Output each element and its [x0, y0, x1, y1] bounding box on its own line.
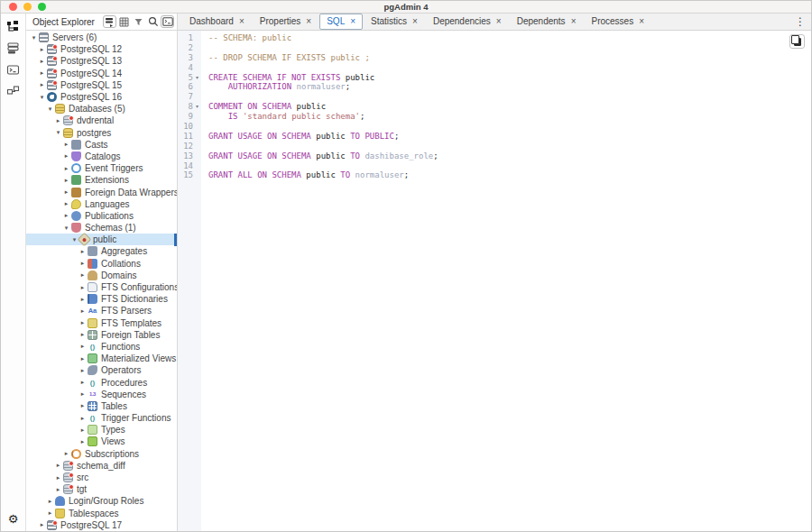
chevron-right-icon[interactable]: ▸ — [78, 343, 87, 350]
chevron-right-icon[interactable]: ▸ — [62, 141, 70, 148]
tree-item-schemas-1-[interactable]: ▾Schemas (1) — [26, 222, 177, 234]
tree-item-aggregates[interactable]: ▸Aggregates — [26, 245, 177, 257]
tab-dependencies[interactable]: Dependencies× — [426, 14, 509, 30]
copy-button[interactable] — [789, 34, 805, 49]
query-tool-icon[interactable] — [5, 61, 22, 78]
tree-item-casts[interactable]: ▸Casts — [26, 139, 177, 151]
chevron-right-icon[interactable]: ▸ — [62, 165, 70, 172]
tab-close-icon[interactable]: × — [239, 16, 245, 27]
tree-item-extensions[interactable]: ▸Extensions — [26, 174, 177, 186]
tree-item-postgresql-16[interactable]: ▾PostgreSQL 16 — [26, 91, 177, 103]
tab-properties[interactable]: Properties× — [253, 14, 318, 30]
tree-item-materialized-views[interactable]: ▸Materialized Views — [26, 353, 177, 364]
chevron-right-icon[interactable]: ▸ — [54, 117, 62, 124]
chevron-right-icon[interactable]: ▸ — [78, 390, 87, 398]
tree-item-postgresql-17[interactable]: ▸PostgreSQL 17 — [26, 519, 177, 531]
tree-item-trigger-functions[interactable]: ▸()Trigger Functions — [26, 412, 177, 424]
tab-dashboard[interactable]: Dashboard× — [182, 14, 252, 30]
tree-item-login-group-roles[interactable]: ▸Login/Group Roles — [26, 495, 177, 507]
tree-scrollbar-selection-marker[interactable] — [174, 234, 177, 245]
dashboard-servers-icon[interactable] — [5, 40, 22, 56]
tree-item-procedures[interactable]: ▸()Procedures — [26, 376, 177, 388]
chevron-right-icon[interactable]: ▸ — [78, 427, 87, 434]
tree-item-fts-parsers[interactable]: ▸AaFTS Parsers — [26, 305, 177, 316]
tree-item-foreign-tables[interactable]: ▸Foreign Tables — [26, 329, 177, 341]
chevron-right-icon[interactable]: ▸ — [46, 498, 54, 505]
tree-item-postgresql-14[interactable]: ▸PostgreSQL 14 — [26, 68, 177, 79]
tab-processes[interactable]: Processes× — [584, 14, 651, 30]
sql-code[interactable]: -- SCHEMA: public-- DROP SCHEMA IF EXIST… — [201, 31, 811, 531]
tree-item-schema-diff[interactable]: ▸schema_diff — [26, 460, 177, 472]
tab-close-icon[interactable]: × — [412, 16, 418, 27]
chevron-right-icon[interactable]: ▸ — [54, 486, 62, 493]
chevron-right-icon[interactable]: ▸ — [78, 415, 87, 422]
chevron-right-icon[interactable]: ▸ — [78, 379, 87, 386]
sql-editor[interactable]: 12345▾678▾9101112131415 -- SCHEMA: publi… — [178, 31, 811, 531]
tab-sql[interactable]: SQL× — [319, 14, 363, 30]
fold-chevron-icon[interactable]: ▾ — [193, 73, 201, 83]
chevron-right-icon[interactable]: ▸ — [78, 367, 87, 374]
tab-close-icon[interactable]: × — [496, 16, 502, 27]
tree-item-event-triggers[interactable]: ▸Event Triggers — [26, 162, 177, 174]
chevron-right-icon[interactable]: ▸ — [62, 200, 70, 207]
chevron-down-icon[interactable]: ▾ — [38, 94, 46, 101]
tree-item-postgresql-15[interactable]: ▸PostgreSQL 15 — [26, 79, 177, 91]
chevron-right-icon[interactable]: ▸ — [62, 450, 70, 457]
tree-item-tgt[interactable]: ▸tgt — [26, 483, 177, 495]
tab-dependents[interactable]: Dependents× — [510, 14, 584, 30]
tree-item-languages[interactable]: ▸Languages — [26, 198, 177, 210]
object-explorer-icon[interactable] — [5, 18, 22, 34]
tree-item-subscriptions[interactable]: ▸Subscriptions — [26, 448, 177, 460]
chevron-right-icon[interactable]: ▸ — [54, 474, 62, 482]
tree-item-functions[interactable]: ▸()Functions — [26, 341, 177, 353]
connect-server-icon[interactable] — [103, 15, 116, 28]
tab-close-icon[interactable]: × — [350, 16, 355, 27]
fold-chevron-icon[interactable]: ▾ — [193, 102, 201, 112]
chevron-right-icon[interactable]: ▸ — [38, 69, 46, 77]
kebab-menu-icon[interactable]: ⋮ — [793, 15, 807, 28]
tree-item-catalogs[interactable]: ▸Catalogs — [26, 151, 177, 162]
chevron-right-icon[interactable]: ▸ — [38, 521, 46, 528]
tree-item-databases-5-[interactable]: ▾Databases (5) — [26, 103, 177, 115]
chevron-down-icon[interactable]: ▾ — [30, 34, 38, 41]
tree-item-collations[interactable]: ▸Collations — [26, 258, 177, 270]
tree-item-postgresql-13[interactable]: ▸PostgreSQL 13 — [26, 55, 177, 67]
tree-item-servers-6-[interactable]: ▾Servers (6) — [26, 32, 177, 43]
tree-item-publications[interactable]: ▸Publications — [26, 210, 177, 222]
tree-item-foreign-data-wrappers[interactable]: ▸Foreign Data Wrappers — [26, 186, 177, 197]
tab-close-icon[interactable]: × — [639, 16, 644, 27]
query-console-icon[interactable] — [161, 15, 174, 28]
chevron-right-icon[interactable]: ▸ — [46, 509, 54, 517]
tree-item-postgres[interactable]: ▾postgres — [26, 127, 177, 139]
chevron-right-icon[interactable]: ▸ — [38, 81, 46, 88]
chevron-right-icon[interactable]: ▸ — [78, 284, 87, 291]
tree-item-fts-templates[interactable]: ▸FTS Templates — [26, 317, 177, 329]
chevron-right-icon[interactable]: ▸ — [78, 260, 87, 267]
tab-statistics[interactable]: Statistics× — [364, 14, 425, 30]
chevron-right-icon[interactable]: ▸ — [54, 462, 62, 469]
tree-item-src[interactable]: ▸src — [26, 472, 177, 483]
grid-view-icon[interactable] — [117, 15, 131, 28]
tree-item-operators[interactable]: ▸Operators — [26, 364, 177, 376]
tree-item-views[interactable]: ▸Views — [26, 436, 177, 447]
tree-item-postgresql-12[interactable]: ▸PostgreSQL 12 — [26, 43, 177, 55]
chevron-right-icon[interactable]: ▸ — [62, 188, 70, 196]
tree-item-dvdrental[interactable]: ▸dvdrental — [26, 115, 177, 126]
chevron-right-icon[interactable]: ▸ — [78, 355, 87, 362]
search-icon[interactable] — [146, 15, 160, 28]
chevron-right-icon[interactable]: ▸ — [62, 177, 70, 184]
chevron-down-icon[interactable]: ▾ — [62, 225, 70, 232]
filter-icon[interactable] — [132, 15, 145, 28]
chevron-right-icon[interactable]: ▸ — [78, 271, 87, 279]
tree-item-domains[interactable]: ▸Domains — [26, 270, 177, 281]
erd-diagram-icon[interactable] — [5, 83, 22, 99]
chevron-right-icon[interactable]: ▸ — [62, 152, 70, 160]
chevron-right-icon[interactable]: ▸ — [38, 58, 46, 65]
chevron-right-icon[interactable]: ▸ — [78, 319, 87, 326]
chevron-right-icon[interactable]: ▸ — [78, 438, 87, 445]
chevron-down-icon[interactable]: ▾ — [54, 129, 62, 136]
chevron-right-icon[interactable]: ▸ — [78, 296, 87, 303]
chevron-down-icon[interactable]: ▾ — [46, 105, 54, 113]
tree-item-types[interactable]: ▸Types — [26, 424, 177, 436]
chevron-right-icon[interactable]: ▸ — [62, 212, 70, 219]
